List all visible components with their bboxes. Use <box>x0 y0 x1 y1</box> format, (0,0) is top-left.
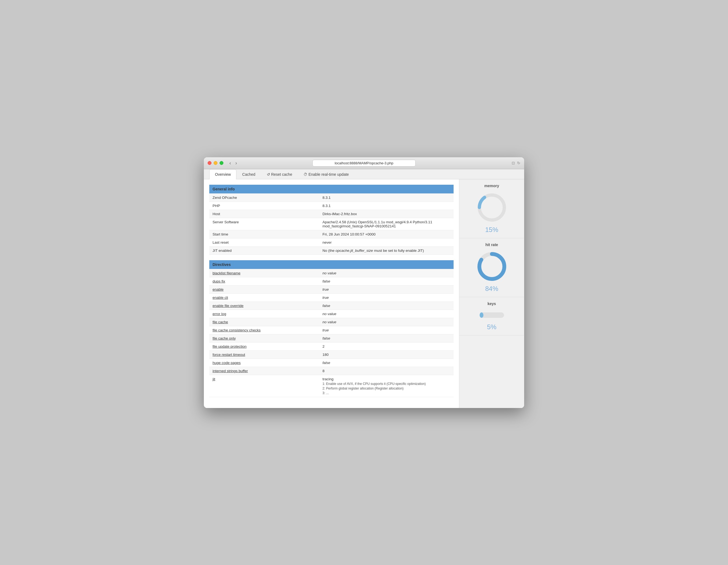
table-row: file cache consistency checks true <box>209 326 454 334</box>
main-content: General info Zend OPcache 8.3.1 PHP 8.3.… <box>204 179 459 408</box>
sidebar: memory 15% hit rate 84% <box>459 179 524 408</box>
row-key[interactable]: enable cli <box>209 294 319 302</box>
table-row: enable true <box>209 285 454 294</box>
general-info-title: General info <box>209 185 454 194</box>
forward-button[interactable]: › <box>234 160 239 166</box>
tab-enable-realtime-label: Enable real-time update <box>308 172 349 176</box>
titlebar-icons: ⊡ ↻ <box>512 161 520 165</box>
table-row: jit tracing 1: Enable use of AVX, if the… <box>209 375 454 397</box>
maximize-button[interactable] <box>220 161 223 165</box>
url-bar[interactable]: localhost:8888/MAMP/opcache-3.php <box>312 160 416 166</box>
table-row: file update protection 2 <box>209 342 454 351</box>
close-button[interactable] <box>208 161 211 165</box>
row-key[interactable]: file cache <box>209 318 319 326</box>
memory-gauge-label: 15% <box>463 226 521 233</box>
hitrate-gauge-title: hit rate <box>463 242 521 247</box>
row-value: false <box>319 359 454 367</box>
row-key[interactable]: file update protection <box>209 342 319 351</box>
row-value: Dirks-iMac-2.fritz.box <box>319 210 454 218</box>
keys-gauge-label: 5% <box>463 323 521 331</box>
hitrate-donut-chart <box>476 250 508 283</box>
keys-gauge-section: keys 5% <box>459 297 524 336</box>
table-row: Start time Fri, 28 Jun 2024 10:00:57 +00… <box>209 230 454 238</box>
row-value: false <box>319 302 454 310</box>
tab-reset-cache[interactable]: ↺Reset cache <box>261 169 298 179</box>
table-row: huge code pages false <box>209 359 454 367</box>
table-row: enable cli true <box>209 294 454 302</box>
general-info-header: General info <box>209 185 454 194</box>
table-row: JIT enabled No (the opcache.jit_buffer_s… <box>209 246 454 254</box>
memory-gauge-section: memory 15% <box>459 179 524 238</box>
row-key[interactable]: blacklist filename <box>209 269 319 277</box>
directives-title: Directives <box>209 260 454 269</box>
directives-table: Directives blacklist filename no value d… <box>209 260 454 397</box>
row-value: 8.3.1 <box>319 201 454 210</box>
row-key[interactable]: file cache only <box>209 334 319 342</box>
row-key[interactable]: interned strings buffer <box>209 367 319 375</box>
table-row: force restart timeout 180 <box>209 351 454 359</box>
jit-description-2: 2: Perform global register allocation (R… <box>322 387 450 390</box>
row-value: true <box>319 326 454 334</box>
jit-description-3: 3: ... <box>322 391 450 395</box>
row-value: No (the opcache.jit_buffer_size must be … <box>319 246 454 254</box>
memory-gauge-title: memory <box>463 184 521 188</box>
table-row: blacklist filename no value <box>209 269 454 277</box>
table-row: interned strings buffer 8 <box>209 367 454 375</box>
clock-icon: ⏱ <box>303 172 307 176</box>
row-key[interactable]: dups fix <box>209 277 319 285</box>
hitrate-gauge-label: 84% <box>463 285 521 293</box>
browser-window: ‹ › localhost:8888/MAMP/opcache-3.php ⊡ … <box>204 157 524 408</box>
general-info-table: General info Zend OPcache 8.3.1 PHP 8.3.… <box>209 185 454 255</box>
keys-gauge-chart <box>478 309 505 321</box>
row-value: 8 <box>319 367 454 375</box>
table-row: dups fix false <box>209 277 454 285</box>
row-value: false <box>319 277 454 285</box>
titlebar: ‹ › localhost:8888/MAMP/opcache-3.php ⊡ … <box>204 157 524 169</box>
reset-cache-icon: ↺ <box>267 172 270 176</box>
row-value: no value <box>319 310 454 318</box>
svg-rect-5 <box>480 313 483 318</box>
row-key[interactable]: huge code pages <box>209 359 319 367</box>
tab-overview-label: Overview <box>215 172 231 176</box>
table-row: file cache no value <box>209 318 454 326</box>
table-row: error log no value <box>209 310 454 318</box>
row-value: 2 <box>319 342 454 351</box>
row-key[interactable]: enable file override <box>209 302 319 310</box>
row-key[interactable]: file cache consistency checks <box>209 326 319 334</box>
row-key[interactable]: error log <box>209 310 319 318</box>
tab-overview[interactable]: Overview <box>209 169 236 179</box>
row-value: tracing 1: Enable use of AVX, if the CPU… <box>319 375 454 397</box>
tab-bar: Overview Cached ↺Reset cache ⏱Enable rea… <box>204 169 524 179</box>
row-key: Host <box>209 210 319 218</box>
refresh-icon[interactable]: ↻ <box>517 161 520 165</box>
traffic-lights <box>208 161 223 165</box>
row-value: 180 <box>319 351 454 359</box>
row-key[interactable]: jit <box>209 375 319 397</box>
tab-enable-realtime[interactable]: ⏱Enable real-time update <box>298 169 354 179</box>
back-button[interactable]: ‹ <box>228 160 233 166</box>
row-key: Start time <box>209 230 319 238</box>
table-row: file cache only false <box>209 334 454 342</box>
row-key[interactable]: enable <box>209 285 319 294</box>
table-row: Last reset never <box>209 238 454 246</box>
tab-cached[interactable]: Cached <box>236 169 261 179</box>
row-value: 8.3.1 <box>319 193 454 201</box>
tab-cached-label: Cached <box>242 172 255 176</box>
row-value: Apache/2.4.58 (Unix) OpenSSL/1.1.1u mod_… <box>319 218 454 230</box>
table-row: PHP 8.3.1 <box>209 201 454 210</box>
row-value: true <box>319 294 454 302</box>
row-key[interactable]: force restart timeout <box>209 351 319 359</box>
row-value: true <box>319 285 454 294</box>
table-row: Host Dirks-iMac-2.fritz.box <box>209 210 454 218</box>
table-row: Server Software Apache/2.4.58 (Unix) Ope… <box>209 218 454 230</box>
row-value: Fri, 28 Jun 2024 10:00:57 +0000 <box>319 230 454 238</box>
keys-gauge-title: keys <box>463 302 521 306</box>
hitrate-gauge-section: hit rate 84% <box>459 238 524 297</box>
memory-donut-chart <box>476 191 508 224</box>
row-value: no value <box>319 269 454 277</box>
jit-description-1: 1: Enable use of AVX, if the CPU support… <box>322 382 450 386</box>
minimize-button[interactable] <box>214 161 217 165</box>
row-key: Server Software <box>209 218 319 230</box>
nav-buttons: ‹ › <box>228 160 239 166</box>
row-value: never <box>319 238 454 246</box>
